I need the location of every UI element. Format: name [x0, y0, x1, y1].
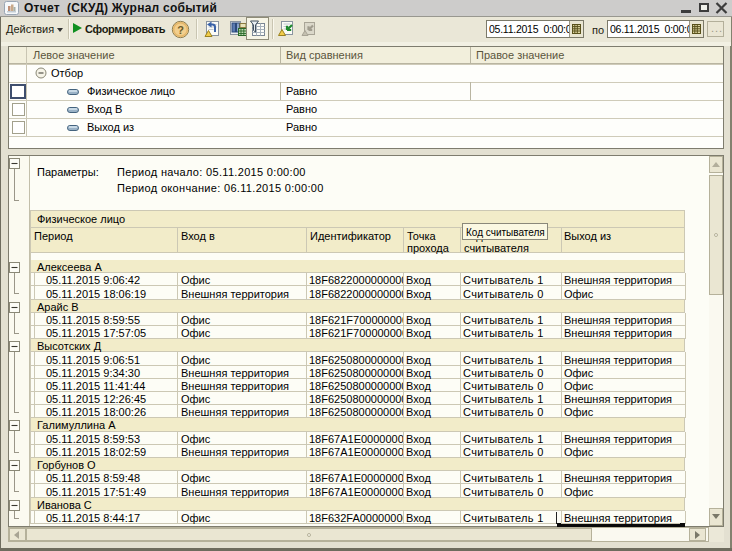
svg-text:?: ?	[177, 24, 184, 36]
